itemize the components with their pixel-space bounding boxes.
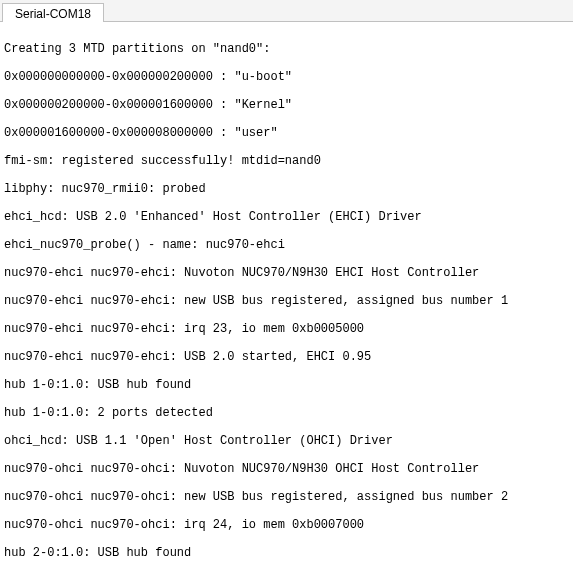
terminal-line: Creating 3 MTD partitions on "nand0": xyxy=(4,42,569,56)
terminal-output[interactable]: Creating 3 MTD partitions on "nand0": 0x… xyxy=(0,22,573,561)
tab-bar: Serial-COM18 xyxy=(0,0,573,22)
terminal-line: ehci_hcd: USB 2.0 'Enhanced' Host Contro… xyxy=(4,210,569,224)
terminal-line: nuc970-ehci nuc970-ehci: new USB bus reg… xyxy=(4,294,569,308)
terminal-line: nuc970-ohci nuc970-ohci: new USB bus reg… xyxy=(4,490,569,504)
terminal-line: nuc970-ohci nuc970-ohci: Nuvoton NUC970/… xyxy=(4,462,569,476)
terminal-line: libphy: nuc970_rmii0: probed xyxy=(4,182,569,196)
terminal-line: hub 2-0:1.0: USB hub found xyxy=(4,546,569,560)
terminal-line: 0x000000200000-0x000001600000 : "Kernel" xyxy=(4,98,569,112)
terminal-line: ehci_nuc970_probe() - name: nuc970-ehci xyxy=(4,238,569,252)
terminal-line: hub 1-0:1.0: USB hub found xyxy=(4,378,569,392)
terminal-line: nuc970-ehci nuc970-ehci: Nuvoton NUC970/… xyxy=(4,266,569,280)
terminal-line: nuc970-ehci nuc970-ehci: USB 2.0 started… xyxy=(4,350,569,364)
terminal-line: fmi-sm: registered successfully! mtdid=n… xyxy=(4,154,569,168)
terminal-line: nuc970-ehci nuc970-ehci: irq 23, io mem … xyxy=(4,322,569,336)
terminal-line: ohci_hcd: USB 1.1 'Open' Host Controller… xyxy=(4,434,569,448)
terminal-line: nuc970-ohci nuc970-ohci: irq 24, io mem … xyxy=(4,518,569,532)
terminal-line: hub 1-0:1.0: 2 ports detected xyxy=(4,406,569,420)
terminal-line: 0x000000000000-0x000000200000 : "u-boot" xyxy=(4,70,569,84)
terminal-line: 0x000001600000-0x000008000000 : "user" xyxy=(4,126,569,140)
tab-serial-com18[interactable]: Serial-COM18 xyxy=(2,3,104,22)
